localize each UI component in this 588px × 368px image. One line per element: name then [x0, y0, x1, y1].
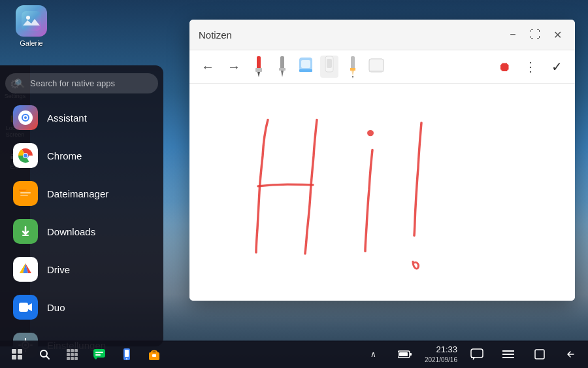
svg-rect-68 — [471, 349, 483, 358]
taskbar-left — [5, 343, 166, 366]
status-area: 21:33 2021/09/16 — [425, 344, 457, 364]
svg-rect-52 — [71, 353, 74, 356]
taskbar-chat-icon[interactable] — [465, 343, 489, 366]
phone-taskbar-button[interactable] — [115, 343, 139, 366]
pen-tool-red[interactable] — [250, 56, 268, 78]
downloads-label: Downloads — [47, 226, 95, 237]
downloads-icon — [13, 219, 38, 244]
svg-rect-10 — [20, 192, 31, 193]
assistant-icon — [13, 105, 38, 130]
svg-rect-66 — [410, 353, 412, 356]
assistant-label: Assistant — [47, 112, 87, 124]
app-item-chrome[interactable]: Chrome — [5, 138, 158, 173]
svg-line-47 — [46, 356, 49, 359]
svg-marker-26 — [257, 72, 260, 77]
svg-point-62 — [126, 358, 127, 360]
svg-rect-58 — [95, 352, 103, 353]
app-item-duo[interactable]: Duo — [5, 290, 158, 325]
svg-rect-16 — [19, 303, 28, 312]
undo-button[interactable]: ← — [197, 56, 218, 77]
svg-rect-27 — [280, 56, 284, 69]
svg-point-41 — [367, 130, 374, 136]
search-placeholder: Search for native apps — [30, 78, 115, 88]
window-button[interactable] — [528, 343, 551, 366]
back-button[interactable] — [559, 343, 583, 366]
app-item-downloads[interactable]: Downloads — [5, 214, 158, 249]
search-button[interactable] — [33, 343, 56, 366]
galerie-label: Galerie — [20, 39, 42, 47]
date-display: 2021/09/16 — [425, 356, 457, 364]
chat-taskbar-button[interactable] — [88, 343, 111, 366]
dateimanager-icon — [13, 181, 38, 206]
notizen-canvas[interactable] — [189, 84, 575, 301]
svg-rect-48 — [67, 349, 70, 352]
svg-rect-24 — [257, 56, 261, 69]
galerie-app-icon[interactable]: Galerie — [12, 5, 51, 47]
store-taskbar-button[interactable] — [142, 343, 166, 366]
taskbar: ∧ 21:33 2021/09/16 — [0, 341, 588, 368]
svg-rect-54 — [67, 357, 70, 360]
svg-rect-61 — [125, 350, 129, 357]
svg-rect-39 — [369, 59, 384, 72]
text-tool[interactable] — [367, 56, 385, 78]
chrome-icon — [13, 143, 38, 168]
svg-rect-9 — [19, 190, 32, 199]
app-search-bar[interactable]: 🔍 Search for native apps — [5, 73, 158, 93]
redo-button[interactable]: → — [223, 56, 244, 77]
pencil-tool[interactable] — [344, 56, 362, 78]
svg-rect-53 — [74, 353, 78, 356]
svg-marker-29 — [281, 71, 284, 77]
svg-rect-57 — [93, 349, 105, 358]
taskbar-right: ∧ 21:33 2021/09/16 — [362, 343, 583, 366]
app-item-assistant[interactable]: Assistant — [5, 100, 158, 135]
handwriting-drawing — [189, 84, 575, 301]
done-button[interactable]: ✓ — [546, 56, 567, 77]
pen-tool-gray[interactable] — [273, 56, 291, 78]
desktop: Galerie ⚙ Settings 🔒 LockScreen ⏏ Exit 🔍… — [0, 0, 588, 368]
svg-rect-49 — [71, 349, 74, 352]
search-icon: 🔍 — [14, 78, 25, 88]
more-options-button[interactable]: ⋮ — [520, 56, 541, 77]
svg-rect-67 — [399, 352, 408, 356]
dateimanager-label: Dateimanager — [47, 188, 108, 199]
close-button[interactable]: ✕ — [549, 26, 566, 43]
grid-button[interactable] — [5, 343, 29, 366]
svg-point-4 — [24, 116, 27, 119]
notizen-window: Notizen − ⛶ ✕ ← → — [189, 20, 575, 301]
app-item-dateimanager[interactable]: Dateimanager — [5, 176, 158, 211]
svg-rect-42 — [12, 349, 16, 354]
svg-rect-32 — [299, 69, 312, 72]
minimize-button[interactable]: − — [504, 26, 521, 43]
svg-rect-0 — [22, 11, 41, 31]
svg-rect-44 — [12, 355, 16, 360]
svg-rect-13 — [22, 235, 29, 236]
galerie-icon-image — [16, 5, 47, 37]
svg-rect-45 — [18, 355, 22, 360]
maximize-button[interactable]: ⛶ — [527, 26, 544, 43]
svg-rect-43 — [18, 349, 22, 354]
eraser-tool[interactable] — [297, 56, 315, 78]
hamburger-menu-button[interactable] — [497, 343, 520, 366]
time-display: 21:33 — [436, 344, 457, 356]
notification-chevron[interactable]: ∧ — [362, 343, 385, 366]
svg-rect-28 — [279, 68, 286, 71]
svg-rect-59 — [95, 354, 101, 356]
app-item-drive[interactable]: Drive — [5, 252, 158, 287]
drive-icon — [13, 257, 38, 282]
app-drawer: 🔍 Search for native apps Assistant — [0, 65, 163, 346]
apps-grid-button[interactable] — [60, 343, 84, 366]
svg-rect-51 — [67, 353, 70, 356]
highlighter-tool[interactable] — [320, 56, 338, 78]
battery-icon[interactable] — [393, 343, 417, 366]
svg-marker-38 — [352, 76, 353, 78]
svg-marker-36 — [351, 71, 354, 76]
svg-rect-56 — [74, 357, 78, 360]
svg-rect-40 — [369, 71, 384, 72]
drive-label: Drive — [47, 264, 70, 275]
record-button[interactable]: ⏺ — [494, 56, 515, 77]
svg-rect-11 — [20, 195, 28, 196]
svg-rect-72 — [535, 350, 544, 359]
svg-point-8 — [24, 154, 27, 158]
duo-label: Duo — [47, 302, 65, 313]
duo-icon — [13, 295, 38, 320]
